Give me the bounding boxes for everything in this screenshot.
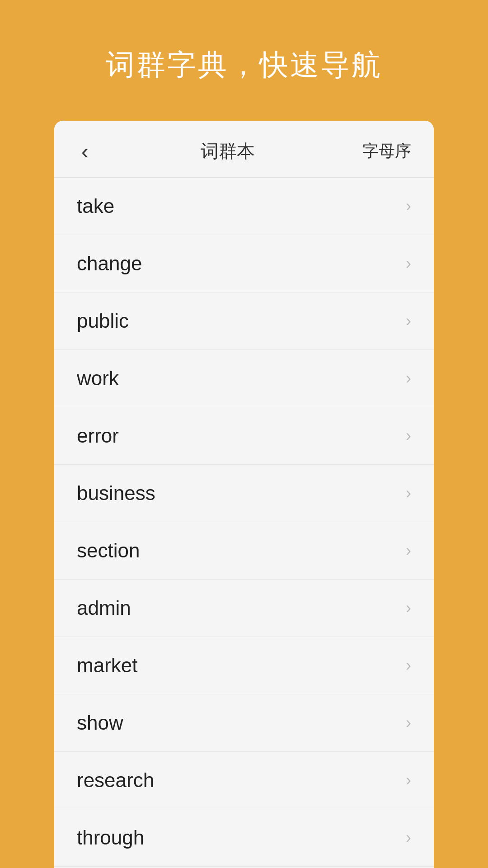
card-header: ‹ 词群本 字母序 [54,121,434,178]
chevron-right-icon: › [406,369,411,388]
chevron-right-icon: › [406,311,411,330]
list-item-label: admin [77,597,131,619]
chevron-right-icon: › [406,828,411,847]
chevron-right-icon: › [406,254,411,273]
list-item[interactable]: public› [54,292,434,350]
chevron-right-icon: › [406,656,411,675]
list-item[interactable]: show› [54,694,434,752]
list-item[interactable]: section› [54,522,434,580]
list-item[interactable]: business› [54,465,434,522]
list-item[interactable]: take› [54,178,434,235]
list-item-label: change [77,252,142,275]
list-item-label: show [77,712,123,734]
back-button[interactable]: ‹ [77,141,93,162]
list-item[interactable]: change› [54,235,434,292]
list-item-label: work [77,367,119,390]
list-item-label: research [77,769,154,792]
list-item-label: market [77,654,137,677]
chevron-right-icon: › [406,771,411,790]
list-item-label: public [77,310,129,332]
list-item[interactable]: research› [54,752,434,809]
chevron-right-icon: › [406,713,411,732]
list-item[interactable]: admin› [54,580,434,637]
list-item-label: through [77,826,144,849]
list-item[interactable]: error› [54,407,434,465]
word-list: take›change›public›work›error›business›s… [54,178,434,868]
chevron-right-icon: › [406,599,411,618]
word-list-card: ‹ 词群本 字母序 take›change›public›work›error›… [54,121,434,868]
card-title: 词群本 [201,139,255,164]
list-item[interactable]: through› [54,809,434,867]
chevron-right-icon: › [406,426,411,445]
chevron-right-icon: › [406,541,411,560]
sort-label[interactable]: 字母序 [362,140,411,162]
list-item-label: error [77,425,119,447]
list-item-label: business [77,482,155,505]
chevron-right-icon: › [406,484,411,503]
list-item-label: take [77,195,114,217]
list-item[interactable]: market› [54,637,434,694]
chevron-right-icon: › [406,197,411,216]
list-item[interactable]: work› [54,350,434,407]
page-title: 词群字典，快速导航 [88,0,400,121]
list-item-label: section [77,539,140,562]
